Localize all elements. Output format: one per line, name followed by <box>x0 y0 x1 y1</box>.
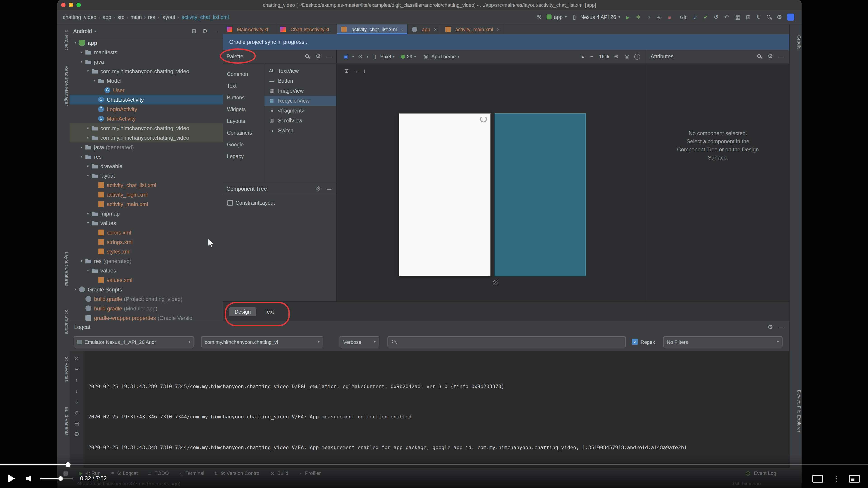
toolbar-right-icon[interactable] <box>765 13 773 21</box>
git-action-icon[interactable] <box>702 13 709 21</box>
breadcrumb-item[interactable]: src <box>117 14 124 20</box>
project-tree-item[interactable]: ▾ Model <box>70 76 223 86</box>
regex-checkbox[interactable]: Regex <box>632 339 655 345</box>
panel-header-icon[interactable] <box>190 28 197 35</box>
logcat-gutter-icon[interactable] <box>73 398 80 405</box>
project-tree-item[interactable]: ▸ com.my.himchanyoon.chatting_video <box>70 133 223 142</box>
avatar[interactable] <box>787 13 794 21</box>
breadcrumb-item[interactable]: chatting_video <box>63 14 96 20</box>
logcat-level-select[interactable]: Verbose ▾ <box>340 336 379 348</box>
expand-chevron-icon[interactable]: ▾ <box>72 287 78 291</box>
editor-tab[interactable]: ChatListActivity.kt <box>276 24 338 34</box>
expand-chevron-icon[interactable]: ▾ <box>85 173 91 177</box>
project-tree-item[interactable]: ▾ app <box>70 38 223 47</box>
project-tree-item[interactable]: LoginActivity <box>70 104 223 114</box>
tool-window-button[interactable]: 2: Favorites <box>57 357 70 382</box>
info-icon[interactable] <box>634 54 640 59</box>
design-preview-phone[interactable] <box>399 113 491 276</box>
expand-chevron-icon[interactable]: ▾ <box>79 155 85 159</box>
zoom-window-button[interactable] <box>76 3 81 7</box>
git-action-icon[interactable] <box>723 13 730 21</box>
logcat-app-select[interactable]: com.my.himchanyoon.chatting_vi ▾ <box>201 336 323 348</box>
project-tree-item[interactable]: ▸ com.my.himchanyoon.chatting_video <box>70 123 223 133</box>
expand-chevron-icon[interactable]: ▾ <box>79 60 85 64</box>
progress-scrubber[interactable] <box>66 462 70 467</box>
project-tree-item[interactable]: User <box>70 86 223 95</box>
video-progress-bar[interactable] <box>0 464 868 465</box>
toolbar-action-icon[interactable] <box>645 13 652 21</box>
project-view-select[interactable]: Android▾ <box>73 28 96 34</box>
palette-component[interactable]: RecyclerView <box>265 96 336 106</box>
visibility-icon[interactable] <box>343 67 350 74</box>
palette-category[interactable]: Layouts <box>223 115 264 127</box>
device-picker[interactable]: Pixel▾ <box>371 53 395 60</box>
panel-header-icon[interactable] <box>212 28 219 35</box>
chevrons-more-icon[interactable]: » <box>582 54 585 59</box>
palette-header-icon[interactable] <box>315 53 322 60</box>
close-tab-icon[interactable]: × <box>434 27 437 32</box>
project-tree-item[interactable]: ▾ Gradle Scripts <box>70 285 223 294</box>
project-tree-item[interactable]: gradle-wrapper.properties (Gradle Versio <box>70 313 223 321</box>
build-icon[interactable] <box>535 13 543 21</box>
expand-chevron-icon[interactable]: ▸ <box>85 135 91 140</box>
logcat-search-field[interactable] <box>388 336 626 348</box>
logcat-gutter-icon[interactable] <box>73 387 80 394</box>
orientation-icon[interactable] <box>357 53 364 60</box>
project-tree-item[interactable]: activity_chat_list.xml <box>70 180 223 190</box>
expand-chevron-icon[interactable]: ▾ <box>85 268 91 272</box>
component-tree-item[interactable]: ConstraintLayout <box>223 198 336 208</box>
logcat-gutter-icon[interactable] <box>73 377 80 384</box>
device-select[interactable]: Nexus 4 API 26▾ <box>571 13 620 21</box>
logcat-search-input[interactable] <box>398 339 622 345</box>
expand-chevron-icon[interactable]: ▾ <box>72 41 78 45</box>
close-tab-icon[interactable]: × <box>497 27 500 32</box>
breadcrumb-item[interactable]: app <box>103 14 111 20</box>
tool-window-button[interactable]: Layout Captures <box>57 252 70 287</box>
breadcrumb-item[interactable]: activity_chat_list.xml <box>182 14 229 20</box>
project-tree-item[interactable]: ▾ layout <box>70 171 223 180</box>
project-tree-item[interactable]: MainActivity <box>70 114 223 123</box>
more-options-button[interactable]: ⋮ <box>832 476 840 482</box>
git-action-icon[interactable] <box>692 13 699 21</box>
project-tree-item[interactable]: ▾ com.my.himchanyoon.chatting_video <box>70 66 223 76</box>
editor-tab[interactable]: MainActivity.kt <box>223 24 276 34</box>
zoom-out-icon[interactable] <box>588 53 595 60</box>
project-tree-item[interactable]: ▸ java (generated) <box>70 142 223 152</box>
project-tree-item[interactable]: ▸ manifests <box>70 47 223 57</box>
tool-window-button[interactable]: Resource Manager <box>57 66 70 106</box>
expand-chevron-icon[interactable]: ▾ <box>85 69 91 73</box>
toolbar-action-icon[interactable] <box>635 13 642 21</box>
expand-chevron-icon[interactable]: ▸ <box>79 50 85 54</box>
palette-category[interactable]: Legacy <box>223 151 264 162</box>
logcat-gutter-icon[interactable] <box>73 355 80 362</box>
minimize-window-button[interactable] <box>69 3 73 7</box>
tool-window-button[interactable]: Build Variants <box>57 407 70 435</box>
editor-tab[interactable]: activity_chat_list.xml × <box>338 24 408 34</box>
palette-header-icon[interactable] <box>304 53 311 60</box>
expand-chevron-icon[interactable]: ▸ <box>79 145 85 149</box>
run-config-select[interactable]: app▾ <box>547 14 567 20</box>
breadcrumb-item[interactable]: layout <box>161 14 175 20</box>
project-tree-item[interactable]: ChatListActivity <box>70 95 223 104</box>
palette-component[interactable]: ImageView <box>265 86 336 96</box>
logcat-gutter-icon[interactable] <box>73 431 80 438</box>
project-tree-item[interactable]: build.gradle (Module: app) <box>70 304 223 313</box>
editor-tab[interactable]: app × <box>408 24 441 34</box>
project-tree-item[interactable]: ▾ java <box>70 57 223 66</box>
tool-window-button[interactable]: Gradle <box>790 35 802 50</box>
palette-component[interactable]: Button <box>265 76 336 86</box>
component-tree-header-icon[interactable] <box>315 185 322 193</box>
expand-chevron-icon[interactable]: ▾ <box>91 78 97 83</box>
log-output[interactable]: 2020-02-25 19:31:43.289 7310-7345/com.my… <box>88 351 789 468</box>
toolbar-action-icon[interactable] <box>666 13 673 21</box>
palette-component[interactable]: ScrollView <box>265 116 336 126</box>
project-tree-item[interactable]: colors.xml <box>70 228 223 237</box>
project-tree-item[interactable]: styles.xml <box>70 247 223 256</box>
palette-component[interactable]: TextView <box>265 66 336 76</box>
toolbar-action-icon[interactable] <box>655 13 663 21</box>
palette-header-icon[interactable] <box>326 53 333 60</box>
close-window-button[interactable] <box>61 3 66 7</box>
theater-mode-button[interactable] <box>812 475 823 482</box>
expand-chevron-icon[interactable]: ▸ <box>85 212 91 216</box>
logcat-gutter-icon[interactable] <box>73 365 80 373</box>
